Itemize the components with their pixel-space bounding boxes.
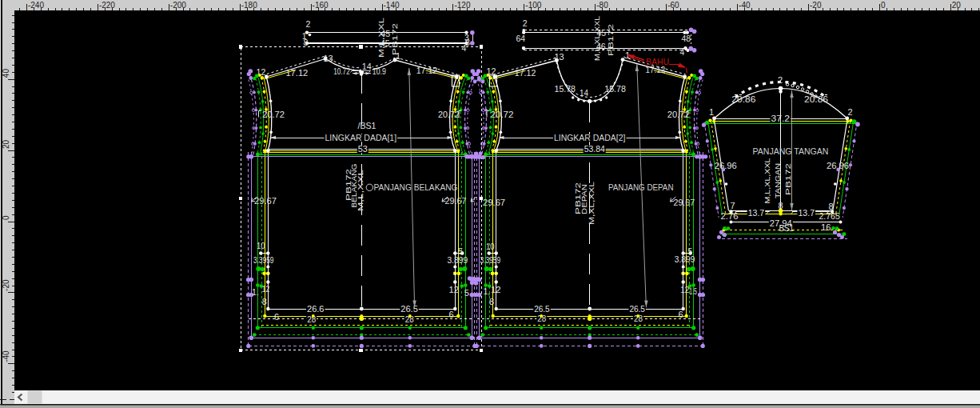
svg-text:26.5: 26.5 (629, 304, 645, 314)
svg-text:3.3959: 3.3959 (253, 255, 274, 265)
svg-text:2: 2 (306, 19, 311, 29)
svg-text:3.3959: 3.3959 (480, 255, 501, 265)
svg-text:17.12: 17.12 (646, 65, 666, 74)
svg-text:6: 6 (448, 310, 453, 319)
svg-text:5: 5 (459, 247, 464, 256)
svg-text:40: 40 (2, 69, 10, 78)
svg-text:3.899: 3.899 (675, 254, 695, 264)
svg-text:2.76: 2.76 (721, 211, 739, 221)
svg-text:BAHU: BAHU (646, 57, 669, 66)
svg-text:4: 4 (680, 47, 685, 57)
svg-text:14: 14 (580, 88, 588, 98)
svg-text:6: 6 (274, 312, 279, 322)
svg-text:26.5: 26.5 (400, 304, 418, 314)
svg-text:-20: -20 (2, 279, 10, 291)
svg-text:-120: -120 (454, 1, 470, 10)
svg-text:8: 8 (829, 202, 834, 211)
svg-text:48: 48 (682, 34, 691, 43)
svg-text:-140: -140 (384, 1, 400, 10)
svg-text:-240: -240 (28, 1, 44, 10)
svg-text:-180: -180 (241, 1, 257, 10)
svg-text:1: 1 (709, 107, 714, 117)
svg-text:M,L,XL,XXL: M,L,XL,XXL (763, 158, 771, 204)
svg-text:M,L,XL,XXL: M,L,XL,XXL (592, 16, 601, 61)
svg-text:PB172: PB172 (784, 163, 792, 195)
svg-text:29.67: 29.67 (674, 198, 695, 207)
svg-text:8: 8 (489, 297, 494, 306)
svg-text:20.72: 20.72 (438, 110, 460, 119)
svg-text:20.72: 20.72 (491, 110, 514, 119)
svg-text:-160: -160 (313, 1, 329, 10)
svg-text:7: 7 (731, 201, 735, 210)
svg-text:TANGAN: TANGAN (774, 163, 782, 198)
svg-text:53: 53 (358, 144, 368, 154)
svg-text:16: 16 (821, 222, 831, 232)
svg-text:M,XL,XXL: M,XL,XXL (588, 182, 596, 225)
svg-text:0: 0 (2, 215, 10, 220)
svg-text:2: 2 (778, 75, 783, 85)
svg-text:2.765: 2.765 (819, 211, 840, 221)
svg-text:29.67: 29.67 (254, 196, 277, 206)
svg-text:13.7: 13.7 (799, 208, 815, 218)
svg-text:64: 64 (516, 34, 526, 43)
svg-text:10.72: 10.72 (333, 66, 350, 76)
svg-text:10: 10 (486, 242, 495, 251)
svg-text:PANJANG DEPAN: PANJANG DEPAN (608, 182, 674, 192)
svg-text:12: 12 (448, 285, 459, 294)
svg-text:14: 14 (362, 62, 372, 71)
svg-text:17.12: 17.12 (515, 68, 536, 78)
svg-text:5: 5 (688, 247, 693, 256)
svg-text:PB172: PB172 (606, 24, 615, 56)
svg-text:-100: -100 (525, 1, 541, 10)
svg-text:-220: -220 (99, 1, 115, 10)
svg-text:M,L,XXL: M,L,XXL (376, 18, 385, 58)
svg-text:20: 20 (952, 1, 962, 10)
svg-text:1,: 1, (483, 286, 490, 296)
svg-text:20.86: 20.86 (804, 94, 828, 104)
svg-text:17.12: 17.12 (285, 68, 308, 78)
svg-text:17.12: 17.12 (416, 66, 438, 75)
svg-text:6: 6 (678, 310, 683, 319)
svg-text:BS1: BS1 (779, 223, 795, 233)
svg-text:8: 8 (304, 38, 309, 47)
svg-text:-200: -200 (170, 1, 186, 10)
svg-text:/BS1: /BS1 (358, 121, 376, 130)
svg-text:10.9: 10.9 (372, 66, 386, 76)
svg-text:PB172: PB172 (390, 23, 399, 55)
svg-text:26.96: 26.96 (715, 161, 737, 170)
svg-text:29.67: 29.67 (483, 198, 505, 207)
svg-text:13.7: 13.7 (748, 208, 765, 218)
svg-text:20: 20 (2, 140, 10, 150)
svg-text:12: 12 (491, 285, 501, 294)
svg-text:29.67: 29.67 (445, 196, 467, 206)
svg-text:1.: 1. (252, 287, 259, 297)
svg-text:10: 10 (257, 241, 265, 250)
svg-text:3.899: 3.899 (447, 255, 468, 265)
svg-text:LINGKAR DADA[2]: LINGKAR DADA[2] (554, 133, 626, 142)
svg-text:20.72: 20.72 (667, 110, 690, 119)
svg-text:2: 2 (848, 107, 853, 117)
svg-text:12: 12 (680, 285, 689, 294)
svg-text:20.72: 20.72 (262, 110, 285, 119)
svg-text:M,L,XXL: M,L,XXL (357, 170, 365, 211)
svg-text:LINGKAR DADA[1]: LINGKAR DADA[1] (325, 133, 397, 142)
svg-text:20.86: 20.86 (731, 94, 755, 104)
svg-text:15.78: 15.78 (555, 84, 576, 94)
svg-text:PANJANG TANGAN: PANJANG TANGAN (753, 146, 829, 156)
svg-text:2: 2 (523, 18, 528, 28)
svg-text:53.84: 53.84 (584, 144, 605, 154)
svg-text:PANJANG BELAKANG: PANJANG BELAKANG (374, 182, 458, 192)
svg-text:12: 12 (262, 284, 269, 294)
svg-text:5: 5 (464, 288, 469, 298)
svg-text:0: 0 (881, 1, 886, 10)
svg-text:26.6: 26.6 (307, 304, 325, 314)
svg-text:-40: -40 (2, 350, 10, 362)
svg-text:26.5: 26.5 (534, 304, 550, 314)
svg-text:8: 8 (262, 297, 267, 306)
svg-text:15.78: 15.78 (604, 84, 626, 94)
svg-text:1.5: 1.5 (689, 286, 697, 296)
svg-text:4: 4 (462, 43, 467, 53)
